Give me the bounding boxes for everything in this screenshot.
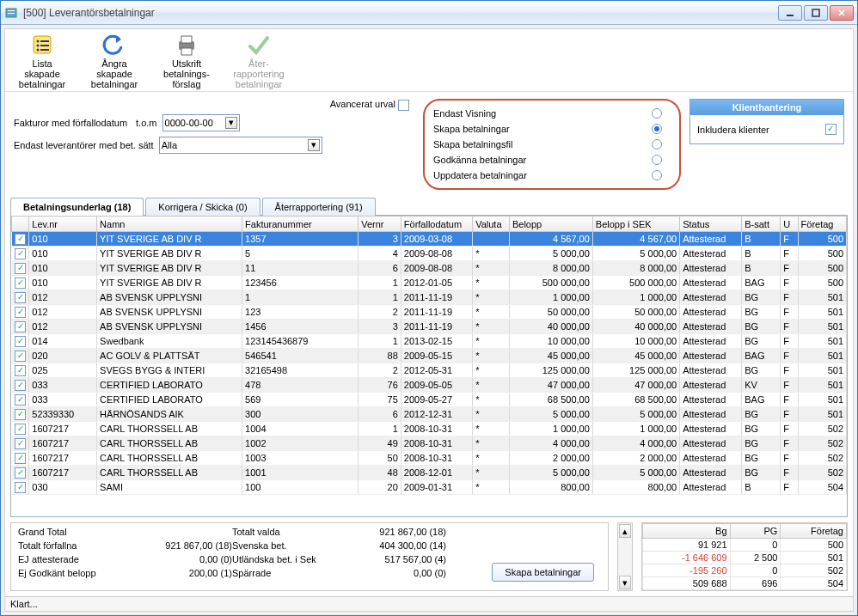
row-checkbox[interactable] [15, 438, 26, 449]
table-row[interactable]: 010YIT SVERIGE AB DIV R135732009-03-084 … [12, 232, 847, 247]
payment-method-combo[interactable]: Alla ▾ [159, 137, 322, 154]
tab-0[interactable]: Betalningsunderlag (18) [10, 198, 144, 216]
total-line: Spärrade0,00 (0) [232, 568, 446, 582]
action-radio-1[interactable] [652, 124, 662, 134]
column-header[interactable] [12, 217, 29, 232]
table-row[interactable]: 52339330HÄRNÖSANDS AIK30062012-12-31*5 0… [12, 407, 847, 422]
row-checkbox[interactable] [15, 394, 26, 406]
row-checkbox[interactable] [15, 424, 26, 435]
row-checkbox[interactable] [15, 380, 26, 391]
scroll-down-icon[interactable]: ▾ [619, 576, 631, 589]
total-line: Totalt förfallna921 867,00 (18) [18, 540, 232, 554]
chevron-down-icon[interactable]: ▾ [225, 117, 237, 129]
table-row[interactable]: 012AB SVENSK UPPLYSNI12322011-11-19*50 0… [12, 305, 847, 320]
row-checkbox[interactable] [15, 336, 26, 347]
date-input[interactable]: 0000-00-00 ▾ [162, 114, 240, 131]
table-row[interactable]: 012AB SVENSK UPPLYSNI112011-11-19*1 000,… [12, 290, 847, 305]
include-clients-label: Inkludera klienter [697, 125, 769, 135]
tab-1[interactable]: Korrigera / Skicka (0) [145, 198, 260, 216]
summary-row: 509 688696504 [643, 577, 847, 590]
table-row[interactable]: 010YIT SVERIGE AB DIV R542009-08-08*5 00… [12, 247, 847, 261]
table-row[interactable]: 014Swedbank12314543687912013-02-15*10 00… [12, 334, 847, 349]
row-checkbox[interactable] [15, 365, 26, 376]
titlebar[interactable]: [500] Leverantörsbetalningar [1, 1, 857, 25]
main-grid[interactable]: Lev.nrNamnFakturanummerVernrFörfallodatu… [10, 215, 848, 517]
table-row[interactable]: 1607217CARL THORSSELL AB100412008-10-31*… [12, 422, 847, 436]
summary-header: Företag [781, 524, 847, 539]
column-header[interactable]: Lev.nr [29, 217, 97, 232]
action-option-label: Godkänna betalningar [433, 155, 526, 165]
column-header[interactable]: Belopp i SEK [592, 217, 679, 232]
toolbar-button-2[interactable]: Utskriftbetalnings-förslag [158, 33, 215, 89]
app-icon [4, 6, 18, 20]
toolbar-button-1[interactable]: Ångraskapadebetalningar [86, 33, 143, 89]
filters: Avancerat urval Fakturor med förfallodat… [14, 99, 414, 159]
table-row[interactable]: 1607217CARL THORSSELL AB1002492008-10-31… [12, 436, 847, 451]
action-cluster: Endast VisningSkapa betalningarSkapa bet… [423, 99, 681, 190]
row-checkbox[interactable] [15, 453, 26, 464]
table-row[interactable]: 033CERTIFIED LABORATO569752009-05-27*68 … [12, 393, 847, 407]
include-clients-checkbox[interactable] [825, 124, 837, 135]
check-icon [247, 33, 271, 57]
totals-panel: Grand TotalTotalt förfallna921 867,00 (1… [10, 522, 609, 591]
row-checkbox[interactable] [15, 351, 26, 362]
toolbar-button-0[interactable]: Listaskapadebetalningar [14, 33, 70, 89]
row-checkbox[interactable] [15, 409, 26, 420]
table-row[interactable]: 010YIT SVERIGE AB DIV R12345612012-01-05… [12, 276, 847, 290]
row-checkbox[interactable] [15, 321, 26, 332]
column-header[interactable]: Status [680, 217, 742, 232]
column-header[interactable]: B-satt [742, 217, 781, 232]
column-header[interactable]: Valuta [473, 217, 510, 232]
tab-2[interactable]: Återrapportering (91) [262, 198, 376, 216]
svg-rect-4 [812, 9, 819, 16]
table-row[interactable]: 033CERTIFIED LABORATO478762009-05-05*47 … [12, 378, 847, 393]
column-header[interactable]: Belopp [509, 217, 592, 232]
svg-point-6 [37, 40, 40, 43]
row-checkbox[interactable] [15, 307, 26, 318]
maximize-button[interactable] [804, 5, 828, 21]
action-option-label: Skapa betalningsfil [433, 139, 512, 149]
table-row[interactable]: 025SVEGS BYGG & INTERI3216549822012-05-3… [12, 363, 847, 378]
action-radio-3[interactable] [652, 155, 662, 165]
action-radio-0[interactable] [652, 108, 662, 119]
table-row[interactable]: 020AC GOLV & PLATTSÄT546541882009-05-15*… [12, 349, 847, 363]
column-header[interactable]: Förfallodatum [401, 217, 472, 232]
total-line: Utländska bet. i Sek517 567,00 (4) [232, 554, 446, 568]
action-option-label: Skapa betalningar [433, 124, 510, 134]
column-header[interactable]: Namn [97, 217, 242, 232]
totals-scrollbar[interactable]: ▴ ▾ [617, 522, 633, 591]
advanced-filter-checkbox[interactable] [398, 100, 409, 111]
total-line: Svenska bet.404 300,00 (14) [232, 540, 446, 554]
total-line: Grand Total [18, 527, 232, 540]
svg-rect-2 [8, 13, 15, 14]
row-checkbox[interactable] [15, 234, 26, 245]
close-button[interactable] [830, 5, 854, 21]
row-checkbox[interactable] [15, 482, 26, 493]
minimize-button[interactable] [778, 5, 802, 21]
scroll-up-icon[interactable]: ▴ [619, 524, 631, 538]
column-header[interactable]: Vernr [359, 217, 401, 232]
table-row[interactable]: 012AB SVENSK UPPLYSNI145632011-11-19*40 … [12, 320, 847, 334]
row-checkbox[interactable] [15, 263, 26, 274]
chevron-down-icon[interactable]: ▾ [308, 139, 320, 151]
table-row[interactable]: 1607217CARL THORSSELL AB1003502008-10-31… [12, 451, 847, 466]
row-checkbox[interactable] [15, 248, 26, 259]
action-radio-2[interactable] [652, 139, 662, 149]
column-header[interactable]: U [781, 217, 798, 232]
column-header[interactable]: Företag [798, 217, 846, 232]
svg-rect-11 [40, 49, 49, 51]
column-header[interactable]: Fakturanummer [242, 217, 359, 232]
window-title: [500] Leverantörsbetalningar [23, 7, 778, 19]
total-line: Ej Godkänt belopp200,00 (1) [18, 568, 232, 582]
row-checkbox[interactable] [15, 292, 26, 303]
table-row[interactable]: 030SAMI100202009-01-31*800,00800,00Attes… [12, 480, 847, 495]
svg-rect-7 [40, 40, 49, 42]
table-row[interactable]: 010YIT SVERIGE AB DIV R1162009-08-08*8 0… [12, 261, 847, 276]
row-checkbox[interactable] [15, 278, 26, 289]
create-payments-button[interactable]: Skapa betalningar [492, 563, 594, 582]
action-radio-4[interactable] [652, 170, 662, 180]
invoice-due-label: Fakturor med förfallodatum [14, 118, 127, 128]
svg-rect-14 [181, 48, 192, 55]
row-checkbox[interactable] [15, 467, 26, 479]
table-row[interactable]: 1607217CARL THORSSELL AB1001482008-12-01… [12, 466, 847, 480]
